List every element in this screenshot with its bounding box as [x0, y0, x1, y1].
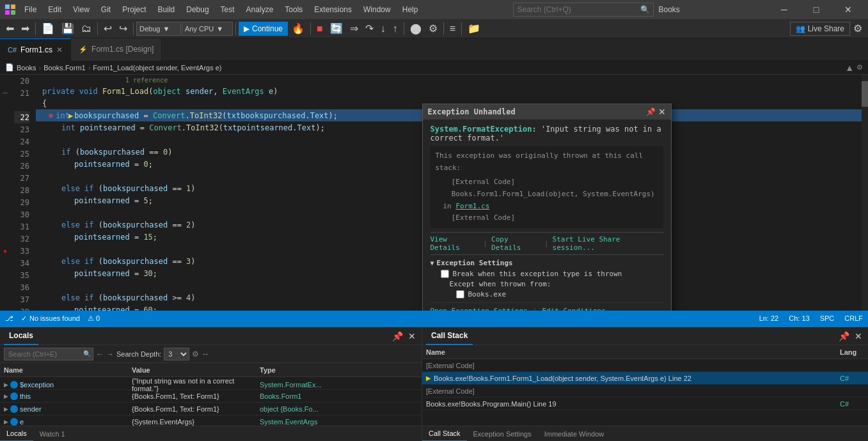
undo-button[interactable]: ↩ — [100, 21, 115, 36]
kw-void: void — [79, 87, 102, 96]
locals-name-exception[interactable]: ▶ $exception — [0, 381, 128, 389]
copy-details-link[interactable]: Copy Details — [491, 235, 541, 252]
op-brace-open: { — [42, 99, 47, 108]
exception-settings-header[interactable]: ▼ Exception Settings — [430, 259, 663, 267]
tab-callstack[interactable]: Call Stack — [422, 426, 467, 442]
step-over-button[interactable]: ↷ — [362, 21, 377, 36]
menu-edit[interactable]: Edit — [43, 3, 67, 17]
start-live-share-link[interactable]: Start Live Share session... — [553, 235, 663, 252]
breadcrumb-up-button[interactable]: ▲ — [845, 63, 854, 73]
callstack-table-body: [External Code] ▶ Books.exe!Books.Form1.… — [422, 359, 868, 426]
step-out-button[interactable]: ↑ — [390, 21, 401, 36]
feedback-button[interactable]: ⚙ — [850, 21, 865, 36]
tab-locals[interactable]: Locals — [0, 426, 33, 442]
locals-name-e[interactable]: ▶ e — [0, 418, 128, 426]
back-button[interactable]: ⬅ — [3, 21, 17, 36]
locals-name-sender[interactable]: ▶ sender — [0, 405, 128, 413]
edit-conditions-link[interactable]: Edit Conditions — [542, 307, 605, 311]
error-circle-icon: ⊗ — [49, 111, 53, 120]
tab-form1cs[interactable]: C# Form1.cs ✕ — [0, 38, 71, 61]
locals-nav-forward[interactable]: → — [106, 350, 114, 359]
callstack-panel-header: Call Stack 📌 ✕ — [422, 327, 868, 345]
locals-search-icon: 🔍 — [83, 350, 91, 357]
maximize-button[interactable]: □ — [801, 0, 831, 19]
locals-filter-btn[interactable]: ⚙ — [192, 350, 199, 359]
menu-test[interactable]: Test — [216, 3, 240, 17]
breadcrumb-file[interactable]: Books — [17, 64, 36, 72]
books-exe-checkbox[interactable] — [456, 290, 464, 298]
callstack-close-button[interactable]: ✕ — [853, 330, 864, 342]
locals-close-button[interactable]: ✕ — [406, 330, 418, 342]
statusbar-line: Ln: 22 — [759, 314, 779, 322]
redo-button[interactable]: ↪ — [116, 21, 130, 36]
hot-reload-button[interactable]: 🔥 — [288, 21, 308, 36]
menu-file[interactable]: File — [19, 3, 42, 17]
exception-message: System.FormatException: 'Input string wa… — [430, 125, 663, 143]
tab-exception-settings[interactable]: Exception Settings — [467, 426, 538, 442]
code-editor[interactable]: 1 reference private void Form1_Load ( ob… — [33, 75, 862, 311]
platform-dropdown[interactable]: Any CPU ▼ — [182, 22, 233, 36]
op-dot1: . — [185, 111, 190, 120]
break-checkbox[interactable] — [441, 270, 449, 278]
new-file-button[interactable]: 📄 — [38, 21, 58, 36]
callstack-col-name: Name — [422, 348, 836, 356]
search-depth-select[interactable]: 3 — [164, 348, 189, 360]
callstack-pin-button[interactable]: 📌 — [837, 330, 851, 342]
locals-expand-btn[interactable]: ↔ — [201, 350, 209, 359]
step-into-button[interactable]: ↓ — [377, 21, 389, 36]
solution-explorer-toggle[interactable]: 📁 — [464, 21, 484, 36]
open-exception-settings-link[interactable]: Open Exception Settings — [430, 307, 528, 311]
continue-button[interactable]: ▶ Continue — [239, 22, 288, 36]
show-next-btn[interactable]: ⇒ — [347, 21, 361, 36]
menu-window[interactable]: Window — [358, 3, 396, 17]
minimize-button[interactable]: ─ — [769, 0, 799, 19]
breadcrumb-class[interactable]: Books.Form1 — [43, 64, 85, 72]
stop-button[interactable]: ■ — [313, 21, 326, 36]
scrollbar-thumb[interactable] — [862, 81, 868, 107]
menu-git[interactable]: Git — [96, 3, 116, 17]
more-debug-tools[interactable]: ≡ — [446, 21, 459, 36]
breadcrumb-method[interactable]: Form1_Load(object sender, EventArgs e) — [93, 64, 221, 72]
restart-button[interactable]: 🔄 — [327, 21, 346, 36]
locals-panel-controls: 📌 ✕ — [390, 330, 418, 342]
live-share-button[interactable]: 👥 Live Share — [790, 22, 850, 36]
tab-form1cs-design-label: Form1.cs [Design] — [91, 45, 154, 54]
toggle-breakpoint[interactable]: ⬤ — [407, 21, 425, 36]
locals-search-input[interactable] — [4, 348, 93, 360]
close-button[interactable]: ✕ — [833, 0, 863, 19]
save-all-button[interactable]: 🗂 — [78, 21, 95, 36]
tab-form1cs-design[interactable]: ⚡ Form1.cs [Design] — [71, 38, 162, 61]
menu-analyze[interactable]: Analyze — [241, 3, 279, 17]
locals-name-this[interactable]: ▶ this — [0, 392, 128, 400]
editor-scrollbar[interactable] — [862, 75, 868, 311]
breakpoint-settings[interactable]: ⚙ — [425, 21, 441, 36]
global-search-input[interactable] — [513, 3, 654, 17]
gutter-line-29 — [0, 184, 10, 196]
locals-nav-back[interactable]: ← — [96, 350, 104, 359]
exception-pin-button[interactable]: 📌 — [646, 107, 656, 117]
exception-close-button[interactable]: ✕ — [658, 107, 666, 117]
locals-pin-button[interactable]: 📌 — [390, 330, 405, 342]
menu-debug[interactable]: Debug — [181, 3, 214, 17]
form1cs-link[interactable]: Form1.cs — [455, 202, 489, 210]
save-button[interactable]: 💾 — [58, 21, 77, 36]
op-paren: ( — [148, 87, 153, 96]
titlebar-menus: File Edit View Git Project Build Debug T… — [19, 3, 423, 17]
menu-project[interactable]: Project — [117, 3, 151, 17]
tab-immediate-window[interactable]: Immediate Window — [538, 426, 611, 442]
tab-watch1[interactable]: Watch 1 — [33, 426, 72, 442]
menu-tools[interactable]: Tools — [280, 3, 308, 17]
exception-settings-title: Exception Settings — [437, 259, 513, 267]
menu-help[interactable]: Help — [397, 3, 423, 17]
forward-button[interactable]: ➡ — [18, 21, 33, 36]
locals-type-sender: object {Books.Fo... — [256, 405, 422, 413]
callstack-row-1[interactable]: ▶ Books.exe!Books.Form1.Form1_Load(objec… — [422, 372, 868, 385]
menu-view[interactable]: View — [68, 3, 95, 17]
debug-config-dropdown[interactable]: Debug ▼ — [136, 22, 181, 36]
method-form1load: Form1_Load — [102, 87, 148, 96]
menu-build[interactable]: Build — [153, 3, 180, 17]
gutter-line-21: ─ — [0, 87, 10, 99]
settings-icon[interactable]: ⚙ — [856, 63, 863, 72]
view-details-link[interactable]: View Details — [430, 235, 480, 252]
menu-extensions[interactable]: Extensions — [309, 3, 357, 17]
